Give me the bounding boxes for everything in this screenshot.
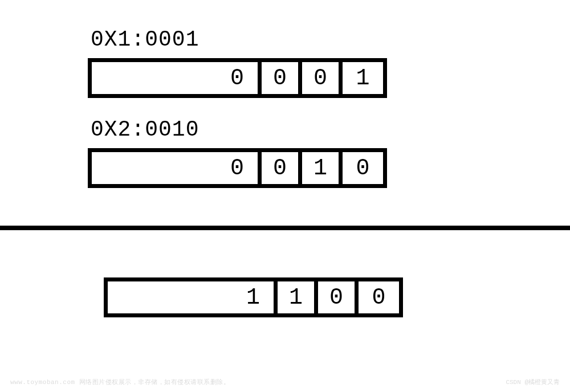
bit-cell: 1 [108,281,278,313]
bit-cell: 0 [359,281,399,313]
watermark-left: www.toymoban.com 网络图片侵权展示，非存储，如有侵权请联系删除。 [10,378,230,386]
bit-cell: 0 [343,152,383,184]
bit-cell: 0 [302,62,343,94]
bit-cell: 0 [92,62,262,94]
bit-row-2: 0 0 1 0 [88,148,387,188]
divider-line [0,226,570,230]
label-row1: 0X1:0001 [91,27,199,52]
bit-cell: 0 [318,281,359,313]
bit-cell: 1 [302,152,343,184]
bit-row-1: 0 0 0 1 [88,58,387,98]
bit-row-3: 1 1 0 0 [104,277,403,317]
label-row2: 0X2:0010 [91,117,199,142]
bit-cell: 0 [262,152,302,184]
watermark-right: CSDN @橘橙黄又青 [506,378,560,386]
bit-cell: 0 [92,152,262,184]
bit-cell: 0 [262,62,302,94]
bit-cell: 1 [343,62,383,94]
bit-cell: 1 [278,281,318,313]
